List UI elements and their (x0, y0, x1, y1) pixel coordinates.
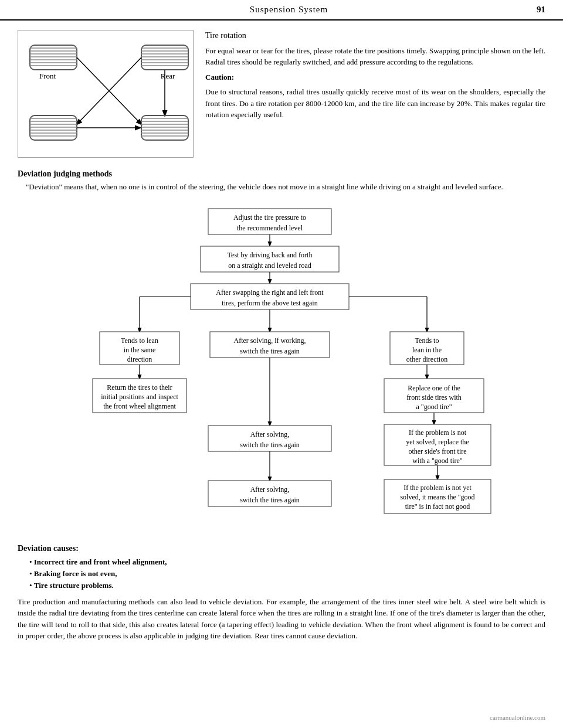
page-content: Front Rear (0, 30, 563, 642)
rotation-heading: Tire rotation (205, 30, 545, 42)
svg-text:Tends to lean: Tends to lean (121, 336, 158, 345)
svg-text:a "good tire": a "good tire" (416, 403, 452, 411)
svg-text:switch the tires again: switch the tires again (240, 496, 300, 504)
tire-diagram-svg: Front Rear (24, 36, 194, 148)
page-number: 91 (537, 4, 545, 16)
svg-text:If the problem is not yet: If the problem is not yet (403, 484, 472, 492)
top-section: Front Rear (18, 30, 545, 158)
rotation-text: Tire rotation For equal wear or tear for… (205, 30, 545, 158)
svg-text:solved, it means the "good: solved, it means the "good (400, 493, 474, 501)
svg-text:Replace one of the: Replace one of the (408, 384, 460, 392)
svg-text:initial positions and inspect: initial positions and inspect (101, 393, 178, 401)
svg-text:After solving,: After solving, (250, 485, 290, 494)
svg-text:Adjust the tire pressure to: Adjust the tire pressure to (233, 213, 306, 222)
page-header: Suspension System 91 (0, 0, 563, 21)
svg-text:Front: Front (39, 72, 56, 80)
svg-text:After solving, if working,: After solving, if working, (234, 336, 306, 345)
caution-label: Caution: (205, 73, 234, 81)
flowchart: Adjust the tire pressure to the recommen… (18, 203, 545, 531)
svg-text:yet solved, replace the: yet solved, replace the (406, 438, 469, 446)
svg-text:the recommended level: the recommended level (237, 224, 303, 232)
svg-text:other side's front tire: other side's front tire (408, 447, 466, 455)
cause-item-3: Tire structure problems. (29, 580, 545, 591)
deviation-causes: Deviation causes: Incorrect tire and fro… (18, 543, 545, 641)
flowchart-svg: Adjust the tire pressure to the recommen… (35, 203, 528, 531)
svg-text:lean in the: lean in the (412, 346, 442, 354)
svg-text:direction: direction (127, 355, 152, 363)
svg-text:After swapping the right and l: After swapping the right and left front (216, 288, 324, 297)
cause-item-1: Incorrect tire and front wheel alignment… (29, 557, 545, 567)
svg-text:front side tires with: front side tires with (406, 393, 462, 402)
svg-text:Rear: Rear (161, 72, 175, 80)
cause-item-2: Braking force is not even, (29, 569, 545, 579)
causes-paragraph: Tire production and manufacturing method… (18, 596, 545, 642)
svg-text:other direction: other direction (406, 355, 447, 363)
svg-text:on a straight and leveled road: on a straight and leveled road (228, 261, 311, 270)
tire-diagram: Front Rear (18, 30, 194, 158)
svg-text:After solving,: After solving, (250, 430, 290, 438)
svg-text:If the problem is not: If the problem is not (409, 428, 467, 437)
svg-text:tire" is in fact not good: tire" is in fact not good (405, 502, 470, 511)
page: Suspension System 91 (0, 0, 563, 728)
causes-heading: Deviation causes: (18, 543, 545, 554)
page-title: Suspension System (41, 4, 537, 16)
deviation-heading: Deviation judging methods (18, 168, 545, 180)
footer-watermark: carmanualonline.com (490, 713, 545, 722)
rotation-paragraph1: For equal wear or tear for the tires, pl… (205, 45, 545, 68)
svg-text:in the same: in the same (124, 346, 156, 354)
svg-text:tires, perform the above test : tires, perform the above test again (222, 299, 317, 307)
svg-text:switch the tires again: switch the tires again (240, 441, 300, 449)
deviation-description: "Deviation" means that, when no one is i… (18, 182, 545, 192)
svg-text:Return the tires to their: Return the tires to their (107, 383, 172, 392)
causes-list: Incorrect tire and front wheel alignment… (18, 557, 545, 591)
svg-text:Tends to: Tends to (415, 336, 439, 345)
svg-text:switch the tires again: switch the tires again (240, 347, 300, 355)
svg-text:with a "good tire": with a "good tire" (412, 457, 463, 465)
svg-text:the front wheel alignment: the front wheel alignment (103, 402, 176, 410)
svg-text:Test by driving back and forth: Test by driving back and forth (228, 251, 313, 259)
caution-text: Due to structural reasons, radial tires … (205, 86, 545, 121)
